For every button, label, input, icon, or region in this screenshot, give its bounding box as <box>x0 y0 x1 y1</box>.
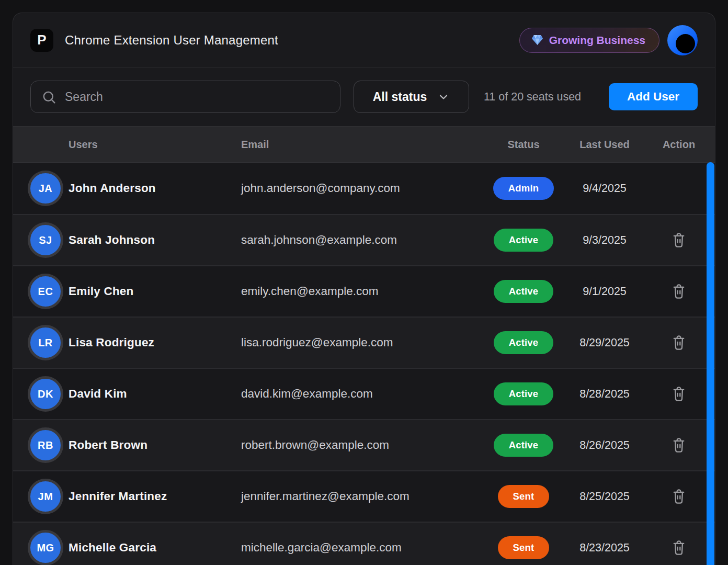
column-header-action: Action <box>654 139 703 151</box>
avatar: JM <box>28 479 63 514</box>
table-row: DK David Kim david.kim@example.com Activ… <box>13 368 715 419</box>
status-cell: Active <box>492 382 555 405</box>
avatar-initials: RB <box>38 439 53 451</box>
delete-user-button[interactable] <box>668 537 689 558</box>
table-body: JA John Anderson john.anderson@company.c… <box>13 163 715 565</box>
add-user-button[interactable]: Add User <box>609 83 698 110</box>
delete-user-button[interactable] <box>668 435 689 456</box>
avatar-cell: RB <box>28 427 69 463</box>
search-input[interactable] <box>65 90 329 104</box>
column-header-email: Email <box>241 139 492 151</box>
status-badge: Admin <box>493 177 554 200</box>
page-title: Chrome Extension User Management <box>65 33 278 48</box>
table-header: Users Email Status Last Used Action <box>13 126 715 163</box>
action-cell <box>654 435 703 456</box>
status-cell: Active <box>492 280 555 303</box>
avatar-initials: SJ <box>39 234 52 246</box>
user-name: Sarah Johnson <box>69 233 241 247</box>
delete-user-button[interactable] <box>668 486 689 507</box>
avatar-initials: JM <box>38 491 53 503</box>
last-used-date: 8/26/2025 <box>555 439 654 452</box>
avatar-initials: MG <box>37 542 54 554</box>
delete-user-button[interactable] <box>668 383 689 404</box>
status-badge: Active <box>494 331 554 354</box>
user-name: Lisa Rodriguez <box>69 336 241 349</box>
user-management-panel: P Chrome Extension User Management Growi… <box>13 13 715 565</box>
status-cell: Admin <box>492 177 555 200</box>
avatar-initials: EC <box>38 286 53 298</box>
delete-user-button[interactable] <box>668 230 689 251</box>
search-box <box>30 81 340 113</box>
trash-icon <box>672 232 686 248</box>
table-row: EC Emily Chen emily.chen@example.com Act… <box>13 265 715 317</box>
plan-badge: Growing Business <box>519 28 659 53</box>
status-filter-value: All status <box>373 90 427 104</box>
action-cell <box>654 383 703 404</box>
user-email: david.kim@example.com <box>241 387 492 401</box>
trash-icon <box>672 335 686 351</box>
action-cell <box>654 537 703 558</box>
user-email: michelle.garcia@example.com <box>241 541 492 555</box>
status-badge: Sent <box>498 536 550 559</box>
user-email: robert.brown@example.com <box>241 438 492 452</box>
action-cell <box>654 230 703 251</box>
table-row: SJ Sarah Johnson sarah.johnson@example.c… <box>13 214 715 265</box>
action-cell <box>654 486 703 507</box>
trash-icon <box>672 284 686 299</box>
avatar-cell: JM <box>28 479 69 514</box>
user-name: John Anderson <box>69 182 241 195</box>
status-badge: Active <box>494 434 554 457</box>
last-used-date: 9/4/2025 <box>555 182 654 195</box>
avatar-cell: JA <box>28 171 69 206</box>
avatar: SJ <box>28 222 63 258</box>
trash-icon <box>672 386 686 402</box>
avatar-initials: LR <box>38 337 53 349</box>
user-name: Emily Chen <box>69 285 241 298</box>
user-email: john.anderson@company.com <box>241 182 492 195</box>
last-used-date: 8/29/2025 <box>555 336 654 349</box>
avatar: DK <box>28 376 63 412</box>
app-header: P Chrome Extension User Management Growi… <box>13 13 715 67</box>
avatar-cell: EC <box>28 274 69 309</box>
last-used-date: 8/28/2025 <box>555 388 654 401</box>
avatar: RB <box>28 427 63 463</box>
last-used-date: 8/25/2025 <box>555 490 654 503</box>
avatar-cell: MG <box>28 530 69 565</box>
profile-avatar[interactable] <box>667 25 698 55</box>
column-header-last-used: Last Used <box>555 139 654 151</box>
status-cell: Sent <box>492 536 555 559</box>
avatar: LR <box>28 325 63 360</box>
user-name: David Kim <box>69 387 241 401</box>
profile-avatar-inner <box>676 34 695 53</box>
table-row: JM Jennifer Martinez jennifer.martinez@e… <box>13 470 715 522</box>
user-name: Robert Brown <box>69 438 241 452</box>
user-email: jennifer.martinez@example.com <box>241 490 492 503</box>
status-badge: Active <box>494 229 554 252</box>
delete-user-button[interactable] <box>668 281 689 302</box>
table-row: LR Lisa Rodriguez lisa.rodriguez@example… <box>13 317 715 368</box>
column-header-status: Status <box>492 139 555 151</box>
column-header-users: Users <box>69 139 241 151</box>
status-filter-select[interactable]: All status <box>354 81 469 113</box>
avatar-cell: SJ <box>28 222 69 258</box>
scrollbar-thumb[interactable] <box>707 162 714 565</box>
table-row: RB Robert Brown robert.brown@example.com… <box>13 419 715 470</box>
user-email: sarah.johnson@example.com <box>241 233 492 247</box>
trash-icon <box>672 489 686 504</box>
chevron-down-icon <box>437 91 450 103</box>
last-used-date: 9/3/2025 <box>555 234 654 247</box>
avatar: JA <box>28 171 63 206</box>
trash-icon <box>672 540 686 556</box>
app-logo: P <box>30 29 53 52</box>
search-icon <box>41 89 56 105</box>
table-row: MG Michelle Garcia michelle.garcia@examp… <box>13 522 715 565</box>
trash-icon <box>672 437 686 453</box>
toolbar: All status 11 of 20 seats used Add User <box>13 67 715 126</box>
avatar: MG <box>28 530 63 565</box>
status-cell: Active <box>492 331 555 354</box>
action-cell <box>654 281 703 302</box>
last-used-date: 9/1/2025 <box>555 285 654 298</box>
delete-user-button[interactable] <box>668 332 689 353</box>
user-name: Michelle Garcia <box>69 541 241 555</box>
user-name: Jennifer Martinez <box>69 490 241 503</box>
